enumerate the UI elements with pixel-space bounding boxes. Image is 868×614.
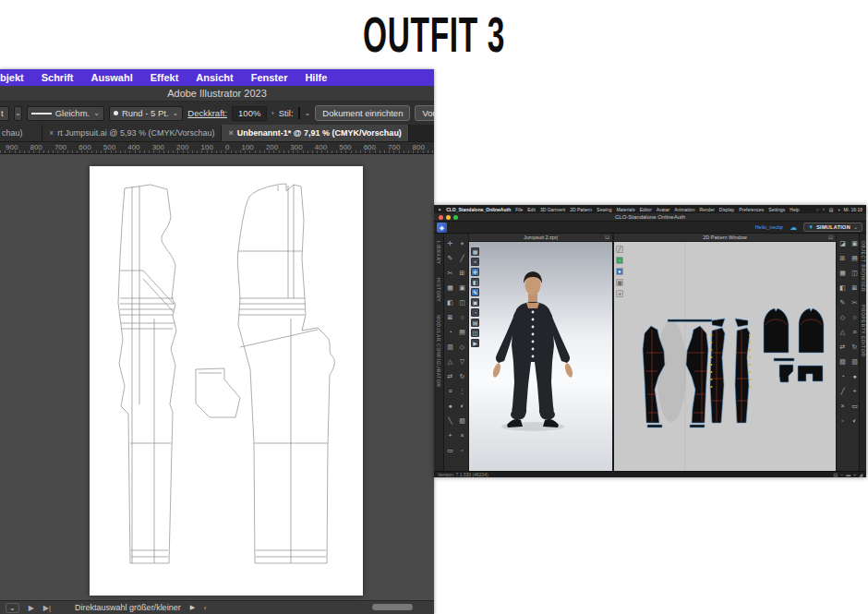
menu-item[interactable]: Render bbox=[699, 207, 714, 212]
opacity-field[interactable]: 100% bbox=[232, 106, 267, 121]
traffic-light-zoom[interactable] bbox=[453, 215, 458, 220]
step-forward-icon[interactable]: ▶| bbox=[43, 604, 51, 612]
tool-icon[interactable]: ▫ bbox=[461, 447, 463, 454]
menu-item[interactable]: Preferences bbox=[739, 207, 764, 212]
app-menu-name[interactable]: CLO_Standalone_OnlineAuth bbox=[446, 207, 511, 212]
tool-icon[interactable]: ◫ bbox=[851, 270, 858, 277]
simulation-button[interactable]: ▼ SIMULATION ⌄ bbox=[803, 223, 862, 232]
tool-icon[interactable]: ▤ bbox=[471, 319, 479, 327]
tool-icon[interactable]: ▭ bbox=[447, 447, 453, 454]
stroke-style-dropdown[interactable]: Gleichm. ⌄ bbox=[27, 106, 104, 121]
play-icon[interactable]: ▶ bbox=[29, 604, 34, 612]
tool-icon[interactable]: ▽ bbox=[460, 358, 464, 366]
tool-icon[interactable]: ▥ bbox=[851, 358, 858, 366]
rail-tab[interactable]: PROPERTY EDITOR bbox=[861, 305, 866, 357]
zoom-slider[interactable]: ▬ bbox=[846, 472, 850, 477]
chevron-down-icon[interactable]: ⌄ bbox=[14, 106, 22, 121]
tool-icon[interactable]: ◇ bbox=[840, 314, 845, 321]
tool-icon[interactable]: ◇ bbox=[460, 343, 464, 351]
menu-item[interactable]: Avatar bbox=[657, 207, 669, 212]
tool-icon[interactable]: ▦ bbox=[616, 279, 623, 286]
menu-item[interactable]: Edit bbox=[527, 207, 536, 212]
menubar-clock[interactable]: Mi. 16:18 bbox=[843, 207, 862, 212]
tool-icon[interactable]: ◓ bbox=[471, 258, 479, 266]
traffic-light-close[interactable] bbox=[439, 215, 443, 220]
chevron-left-icon[interactable]: ‹ bbox=[204, 605, 206, 611]
tool-icon[interactable]: ◐ bbox=[852, 417, 856, 425]
document-setup-button[interactable]: Dokument einrichten bbox=[315, 105, 410, 121]
document-tab-active[interactable]: × Unbenannt-1* @ 7,91 % (CMYK/Vorschau) bbox=[222, 125, 408, 141]
tool-icon[interactable]: ✎ bbox=[448, 255, 453, 262]
tool-icon[interactable]: ● bbox=[616, 268, 623, 275]
menu-item[interactable]: bjekt bbox=[0, 72, 24, 83]
wifi-icon[interactable]: ○ bbox=[816, 207, 819, 212]
tool-icon[interactable]: ▦ bbox=[447, 284, 453, 292]
tab-close-icon[interactable]: × bbox=[49, 128, 54, 138]
rail-tab[interactable]: HISTORY bbox=[436, 278, 441, 302]
zoom-out-icon[interactable]: − bbox=[840, 472, 843, 477]
tool-icon[interactable]: ⊞ bbox=[840, 255, 846, 262]
tool-icon[interactable]: ≡ bbox=[852, 329, 856, 336]
tool-icon[interactable]: ◫ bbox=[471, 329, 479, 337]
popout-icon[interactable]: ⊡ bbox=[828, 234, 833, 242]
tool-icon[interactable]: ✛ bbox=[471, 268, 479, 276]
tool-icon[interactable]: ▦ bbox=[471, 247, 479, 256]
tool-icon[interactable]: ◦ bbox=[616, 257, 623, 264]
horizontal-scrollbar-thumb[interactable] bbox=[372, 604, 413, 610]
tool-icon[interactable]: + bbox=[852, 388, 856, 395]
menu-item[interactable]: Display bbox=[719, 207, 734, 212]
menu-item[interactable]: Animation bbox=[674, 207, 694, 212]
chevron-down-icon[interactable]: ⌄ bbox=[305, 110, 311, 117]
menu-item[interactable]: Ansicht bbox=[196, 72, 233, 83]
menu-item[interactable]: Editor bbox=[640, 207, 652, 212]
menu-item[interactable]: Fenster bbox=[251, 72, 288, 83]
menu-item[interactable]: Settings bbox=[768, 207, 785, 212]
tool-icon[interactable]: ⊠ bbox=[448, 314, 453, 321]
tool-icon[interactable]: ◔ bbox=[840, 373, 844, 380]
menu-item[interactable]: Help bbox=[790, 207, 799, 212]
clo-app-icon[interactable]: ◈ bbox=[437, 223, 447, 233]
play-icon[interactable]: ▶ bbox=[190, 604, 195, 611]
tool-icon[interactable]: ● bbox=[852, 373, 856, 380]
rail-tab[interactable]: MODULAR CONFIGURATOR bbox=[436, 315, 441, 387]
partial-field[interactable]: t bbox=[0, 106, 9, 121]
tool-icon[interactable]: + bbox=[448, 432, 452, 439]
viewport-2d-canvas[interactable]: ╱◦●▦+ bbox=[614, 242, 836, 471]
tool-icon[interactable]: △ bbox=[448, 358, 452, 366]
menu-item[interactable]: Hilfe bbox=[305, 72, 327, 83]
search-icon[interactable]: ⌕ bbox=[823, 206, 826, 212]
document-tab[interactable]: chau) bbox=[0, 125, 42, 141]
tool-icon[interactable]: ○ bbox=[852, 314, 856, 321]
tool-icon[interactable]: ⇄ bbox=[840, 343, 846, 351]
menu-item[interactable]: File bbox=[515, 207, 523, 212]
tool-icon[interactable]: ▫ bbox=[841, 417, 843, 425]
toggle-icon[interactable]: ◑ bbox=[837, 207, 839, 212]
tool-icon[interactable]: ◧ bbox=[839, 284, 846, 292]
tool-icon[interactable]: ⌖ bbox=[461, 240, 464, 247]
tool-icon[interactable]: ◪ bbox=[839, 240, 846, 247]
brush-dropdown[interactable]: Rund - 5 Pt. ⌄ bbox=[109, 106, 183, 121]
grid-icon[interactable]: ▤ bbox=[834, 472, 838, 477]
tool-icon[interactable]: ↻ bbox=[852, 343, 858, 351]
tool-icon[interactable]: ⊞ bbox=[460, 270, 465, 277]
traffic-light-minimize[interactable] bbox=[446, 215, 451, 220]
illustrator-canvas[interactable] bbox=[0, 154, 434, 600]
menu-item[interactable]: Effekt bbox=[151, 72, 179, 83]
tool-icon[interactable]: × bbox=[460, 432, 464, 439]
tool-icon[interactable]: ✂ bbox=[852, 299, 858, 307]
menu-item[interactable]: Sewing bbox=[597, 207, 611, 212]
tool-icon[interactable]: ▭ bbox=[851, 403, 858, 410]
tool-icon[interactable]: ▣ bbox=[459, 284, 465, 292]
tool-icon[interactable]: ╱ bbox=[460, 255, 464, 262]
resize-handle-icon[interactable]: ◢ bbox=[859, 472, 862, 477]
tool-icon[interactable]: ↻ bbox=[460, 373, 465, 380]
tool-icon[interactable]: ▦ bbox=[839, 270, 846, 277]
tool-icon[interactable]: ◔ bbox=[448, 329, 452, 336]
tool-icon[interactable]: ✎ bbox=[840, 299, 846, 307]
preferences-button[interactable]: Voreinstellungen bbox=[415, 105, 434, 121]
artboard[interactable] bbox=[90, 166, 363, 596]
rail-tab[interactable]: LIBRARY bbox=[436, 241, 441, 265]
menu-item[interactable]: 2D Pattern bbox=[570, 207, 592, 212]
tool-icon[interactable]: ≡ bbox=[448, 388, 452, 395]
user-label[interactable]: Hello_neclqr bbox=[755, 224, 784, 230]
